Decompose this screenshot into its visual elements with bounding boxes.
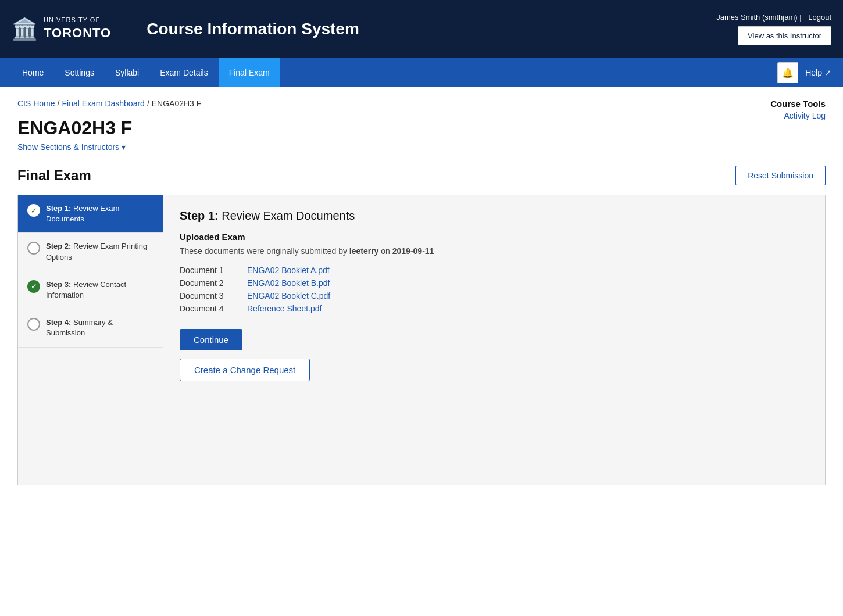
system-title: Course Information System (135, 20, 716, 38)
step-content-title: Step 1: Review Exam Documents (180, 209, 809, 223)
user-info: James Smith (smithjam) | Logout (716, 13, 831, 22)
logout-link[interactable]: Logout (808, 13, 831, 22)
create-change-request-button[interactable]: Create a Change Request (180, 359, 310, 381)
step-4-icon (27, 318, 40, 331)
doc-3-link[interactable]: ENGA02 Booklet C.pdf (247, 291, 330, 300)
doc-2-label: Document 2 (180, 278, 238, 288)
logo-shield-icon: 🏛️ (12, 17, 38, 41)
nav-items: Home Settings Syllabi Exam Details Final… (12, 58, 777, 87)
step-content-title-bold: Step 1: (180, 209, 219, 222)
steps-sidebar: ✓ Step 1: Review Exam Documents Step 2: … (18, 195, 163, 485)
dropdown-arrow-icon: ▾ (122, 142, 126, 152)
doc-row-2: Document 2 ENGA02 Booklet B.pdf (180, 277, 809, 289)
step-2-item[interactable]: Step 2: Review Exam Printing Options (18, 233, 163, 271)
toronto-text: TORONTO (44, 24, 111, 42)
submitter-name: leeterry (349, 246, 379, 256)
step-1-bold: Step 1: (46, 204, 71, 213)
uploaded-exam-title: Uploaded Exam (180, 232, 809, 242)
step-3-label: Step 3: Review Contact Information (46, 280, 153, 300)
step-2-bold: Step 2: (46, 242, 71, 250)
continue-button[interactable]: Continue (180, 329, 242, 350)
step-4-bold: Step 4: (46, 318, 71, 327)
final-exam-title: Final Exam (17, 167, 91, 184)
doc-1-label: Document 1 (180, 266, 238, 275)
nav-home[interactable]: Home (12, 58, 54, 87)
submitted-text: These documents were originally submitte… (180, 246, 349, 256)
main-content: CIS Home / Final Exam Dashboard / ENGA02… (0, 87, 843, 497)
breadcrumb-sep1: / (58, 99, 60, 108)
final-exam-header: Final Exam Reset Submission (17, 166, 826, 185)
step-3-icon: ✓ (27, 280, 40, 293)
breadcrumb-sep2: / (147, 99, 149, 108)
nav-exam-details[interactable]: Exam Details (149, 58, 218, 87)
header: 🏛️ UNIVERSITY OF TORONTO Course Informat… (0, 0, 843, 58)
step-content-area: Step 1: Review Exam Documents Uploaded E… (163, 195, 825, 485)
breadcrumb-current: ENGA02H3 F (152, 99, 202, 108)
university-of-text: UNIVERSITY OF (44, 16, 100, 23)
nav-syllabi[interactable]: Syllabi (105, 58, 149, 87)
username-text: James Smith (smithjam) (716, 13, 797, 22)
show-sections-instructors-link[interactable]: Show Sections & Instructors ▾ (17, 142, 201, 152)
step-2-label: Step 2: Review Exam Printing Options (46, 241, 153, 262)
step-3-bold: Step 3: (46, 280, 71, 289)
activity-log-link[interactable]: Activity Log (784, 111, 826, 120)
documents-table: Document 1 ENGA02 Booklet A.pdf Document… (180, 264, 809, 315)
doc-2-link[interactable]: ENGA02 Booklet B.pdf (247, 278, 330, 288)
left-header: CIS Home / Final Exam Dashboard / ENGA02… (17, 99, 201, 152)
course-tools-title: Course Tools (770, 99, 826, 109)
help-label: Help (805, 68, 822, 77)
breadcrumb: CIS Home / Final Exam Dashboard / ENGA02… (17, 99, 201, 108)
submitted-on-text: on (378, 246, 392, 256)
doc-1-link[interactable]: ENGA02 Booklet A.pdf (247, 266, 330, 275)
step-3-item[interactable]: ✓ Step 3: Review Contact Information (18, 271, 163, 309)
breadcrumb-final-exam-dashboard[interactable]: Final Exam Dashboard (62, 99, 144, 108)
step-1-icon: ✓ (27, 204, 40, 217)
nav-right-tools: 🔔 Help ↗ (777, 62, 831, 83)
show-sections-label: Show Sections & Instructors (17, 142, 119, 152)
notifications-bell-button[interactable]: 🔔 (777, 62, 798, 83)
doc-row-1: Document 1 ENGA02 Booklet A.pdf (180, 264, 809, 277)
doc-3-label: Document 3 (180, 291, 238, 300)
step-4-item[interactable]: Step 4: Summary & Submission (18, 309, 163, 347)
step-content-title-rest: Review Exam Documents (219, 209, 355, 222)
page-title: ENGA02H3 F (17, 117, 201, 139)
step-1-item[interactable]: ✓ Step 1: Review Exam Documents (18, 195, 163, 233)
help-link[interactable]: Help ↗ (805, 68, 831, 77)
nav-final-exam[interactable]: Final Exam (219, 58, 280, 87)
doc-4-label: Document 4 (180, 304, 238, 313)
step-1-label: Step 1: Review Exam Documents (46, 203, 153, 224)
course-tools-panel: Course Tools Activity Log (770, 99, 826, 120)
steps-container: ✓ Step 1: Review Exam Documents Step 2: … (17, 195, 826, 485)
step-4-label: Step 4: Summary & Submission (46, 317, 153, 338)
separator: | (799, 13, 803, 22)
university-logo: 🏛️ UNIVERSITY OF TORONTO (12, 16, 123, 42)
external-link-icon: ↗ (824, 68, 831, 77)
reset-submission-button[interactable]: Reset Submission (735, 166, 826, 185)
submission-date: 2019-09-11 (392, 246, 434, 256)
doc-row-3: Document 3 ENGA02 Booklet C.pdf (180, 289, 809, 302)
page-header-row: CIS Home / Final Exam Dashboard / ENGA02… (17, 99, 826, 152)
bell-icon: 🔔 (782, 67, 794, 78)
header-right: James Smith (smithjam) | Logout View as … (716, 13, 831, 45)
step-2-icon (27, 242, 40, 255)
breadcrumb-cis-home[interactable]: CIS Home (17, 99, 55, 108)
submitted-by-text: These documents were originally submitte… (180, 246, 809, 256)
nav-settings[interactable]: Settings (54, 58, 105, 87)
doc-4-link[interactable]: Reference Sheet.pdf (247, 304, 322, 313)
doc-row-4: Document 4 Reference Sheet.pdf (180, 302, 809, 315)
navigation-bar: Home Settings Syllabi Exam Details Final… (0, 58, 843, 87)
university-name-block: UNIVERSITY OF TORONTO (44, 16, 111, 42)
view-as-instructor-button[interactable]: View as this Instructor (738, 26, 831, 45)
